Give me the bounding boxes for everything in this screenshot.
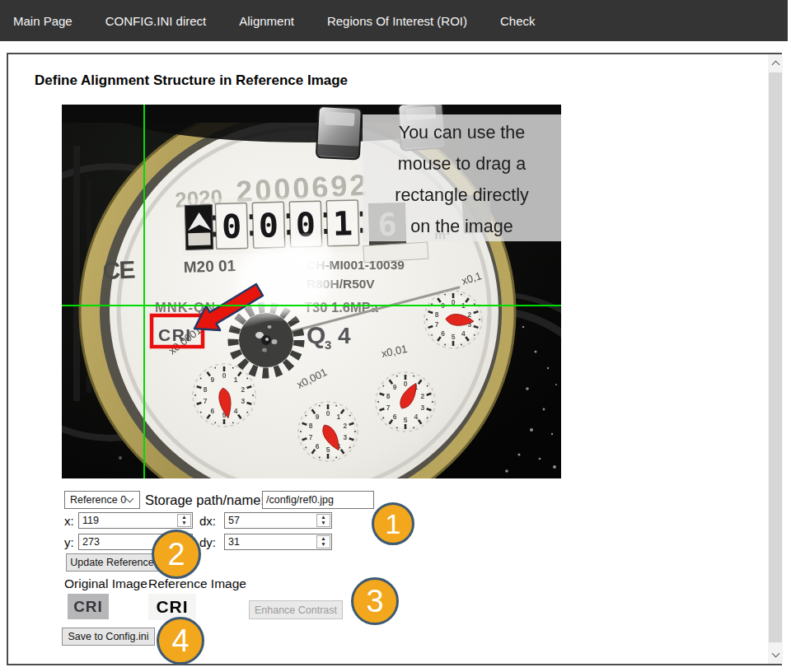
meter-dial: 0123456789	[424, 291, 482, 348]
save-to-config-button[interactable]: Save to Config.ini	[62, 628, 155, 646]
original-image-label: Original Image	[64, 576, 147, 591]
y-label: y:	[64, 535, 74, 549]
svg-text:0: 0	[222, 371, 227, 380]
storage-path-input[interactable]	[263, 492, 373, 508]
x-input-wrap: ▲ ▼	[78, 512, 193, 529]
page-title: Define Alignment Structure in Reference …	[35, 72, 348, 89]
svg-text:7: 7	[435, 320, 439, 329]
dx-input[interactable]	[225, 513, 316, 528]
svg-text:7: 7	[386, 404, 391, 412]
ce-mark-text: CE	[102, 256, 135, 284]
original-image-thumbnail: CRI	[68, 594, 109, 619]
svg-text:6: 6	[211, 407, 215, 415]
step-badge-1: 1	[372, 502, 414, 545]
hint-line: mouse to drag a	[363, 148, 561, 180]
step-badge-3: 3	[351, 577, 399, 625]
spin-down-icon[interactable]: ▼	[178, 520, 190, 526]
svg-text:2: 2	[421, 392, 425, 400]
svg-text:7: 7	[204, 397, 208, 405]
svg-text:2: 2	[241, 385, 245, 394]
svg-text:3: 3	[421, 404, 425, 412]
svg-text:0: 0	[404, 380, 408, 388]
svg-text:3: 3	[241, 397, 245, 405]
q3-value-text: 4	[338, 323, 351, 348]
chevron-up-icon	[771, 61, 779, 69]
dy-input[interactable]	[225, 534, 316, 549]
svg-text:1: 1	[337, 413, 341, 421]
x-label: x:	[64, 514, 74, 528]
reference-select[interactable]: Reference 0	[64, 491, 140, 509]
svg-text:6: 6	[393, 413, 397, 421]
svg-text:6: 6	[316, 442, 320, 450]
nav-alignment[interactable]: Alignment	[239, 14, 294, 28]
svg-text:6: 6	[441, 329, 445, 338]
svg-text:2: 2	[468, 310, 472, 319]
svg-text:7: 7	[309, 433, 313, 441]
svg-text:4: 4	[234, 407, 238, 415]
chevron-down-icon	[126, 495, 134, 503]
model-text: M20 01	[183, 257, 236, 276]
update-reference-button[interactable]: Update Reference	[66, 553, 158, 572]
svg-text:8: 8	[435, 310, 439, 319]
svg-text:9: 9	[211, 376, 215, 384]
hint-line: You can use the	[363, 117, 561, 148]
step-badge-4: 4	[157, 617, 204, 665]
storage-path-wrap	[262, 491, 374, 509]
scroll-up-button[interactable]	[768, 56, 783, 71]
scrollbar	[768, 54, 783, 664]
drag-hint-overlay: You can use the mouse to drag a rectangl…	[363, 114, 561, 241]
svg-text:1: 1	[234, 376, 238, 384]
svg-text:5: 5	[326, 446, 330, 454]
dx-label: dx:	[199, 514, 216, 528]
svg-text:8: 8	[309, 422, 313, 430]
nav-regions-of-interest[interactable]: Regions Of Interest (ROI)	[327, 14, 467, 28]
svg-text:9: 9	[316, 413, 320, 421]
hint-line: on the image	[363, 211, 561, 242]
dx-spinner: ▲ ▼	[316, 514, 330, 527]
q3-text: Q	[307, 321, 325, 348]
x-spinner: ▲ ▼	[177, 514, 191, 527]
metal-clip-left	[316, 106, 362, 160]
dx-input-wrap: ▲ ▼	[224, 512, 332, 529]
spin-down-icon[interactable]: ▼	[317, 542, 330, 548]
alignment-page: Main Page CONFIG.INI direct Alignment Re…	[0, 0, 791, 672]
cri-text: CRI	[158, 325, 192, 344]
spin-down-icon[interactable]: ▼	[317, 520, 330, 526]
chevron-down-icon	[771, 650, 779, 658]
svg-text:9: 9	[393, 383, 397, 391]
dy-input-wrap: ▲ ▼	[224, 534, 332, 550]
svg-text:3: 3	[344, 433, 348, 441]
hint-line: rectangle directly	[363, 180, 561, 211]
enhance-contrast-button[interactable]: Enhance Contrast	[249, 600, 343, 619]
nav-main-page[interactable]: Main Page	[13, 14, 73, 28]
counter-digit-1: 0	[221, 208, 241, 246]
counter-digit-2: 0	[258, 206, 278, 245]
nav-check[interactable]: Check	[500, 14, 536, 28]
reference-image-label: Reference Image	[148, 576, 246, 591]
svg-text:8: 8	[386, 392, 391, 400]
storage-path-label: Storage path/name:	[145, 492, 264, 508]
x-input[interactable]	[79, 513, 176, 528]
svg-text:0: 0	[326, 409, 330, 418]
dy-label: dy:	[199, 535, 216, 549]
svg-text:8: 8	[204, 385, 208, 394]
svg-text:5: 5	[452, 333, 456, 341]
top-nav: Main Page CONFIG.INI direct Alignment Re…	[0, 0, 788, 41]
scrollbar-thumb[interactable]	[769, 72, 782, 642]
svg-text:4: 4	[461, 329, 466, 338]
nav-config-ini-direct[interactable]: CONFIG.INI direct	[105, 14, 207, 28]
reference-image[interactable]: 2020 2000692 0 0 0 1	[62, 105, 561, 478]
q3-sub-text: 3	[325, 338, 331, 352]
scroll-down-button[interactable]	[768, 647, 783, 662]
svg-text:4: 4	[414, 413, 419, 421]
dy-spinner: ▲ ▼	[316, 535, 330, 548]
step-badge-2: 2	[152, 530, 201, 579]
reference-select-value: Reference 0	[65, 494, 127, 506]
reference-image-thumbnail: CRI	[148, 594, 196, 620]
svg-text:5: 5	[404, 416, 408, 424]
svg-text:2: 2	[344, 422, 348, 430]
counter-digit-4: 1	[332, 204, 353, 243]
